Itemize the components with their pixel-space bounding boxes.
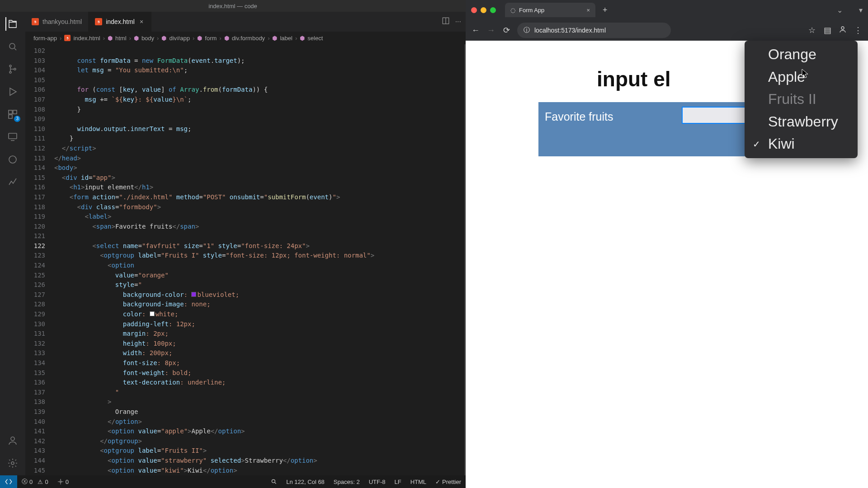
svg-point-2: [9, 71, 11, 73]
svg-point-14: [841, 27, 844, 29]
tab-list-button[interactable]: ⌄: [837, 6, 851, 14]
maximize-window-button[interactable]: [490, 7, 496, 13]
remote-icon[interactable]: [0, 475, 17, 488]
select-dropdown: Orange Apple Fruits II Strawberry ✓Kiwi: [745, 41, 858, 158]
minimize-window-button[interactable]: [481, 7, 486, 13]
tab-label: thankyou.html: [42, 18, 82, 25]
crumb: index.html: [73, 35, 100, 42]
crumb: html: [115, 35, 127, 42]
mouse-cursor: [802, 69, 809, 79]
window-controls: [471, 7, 496, 13]
settings-icon[interactable]: [6, 456, 19, 470]
tag-icon: ⬢: [134, 35, 139, 42]
crumb: form: [205, 35, 217, 42]
profile-icon[interactable]: [838, 25, 847, 36]
svg-point-0: [9, 43, 15, 49]
form-label: Favorite fruits: [545, 110, 613, 123]
tab-index[interactable]: 5index.html×: [89, 12, 151, 32]
code-content[interactable]: const formData = new FormData(event.targ…: [54, 44, 466, 475]
html-file-icon: 5: [95, 18, 102, 25]
account-icon[interactable]: [6, 434, 19, 447]
menu-icon[interactable]: ⋮: [854, 25, 863, 35]
svg-point-12: [60, 481, 61, 483]
formatter[interactable]: ✓ Prettier: [431, 479, 466, 485]
close-window-button[interactable]: [471, 7, 477, 13]
tag-icon: ⬢: [224, 35, 229, 42]
source-control-icon[interactable]: [6, 62, 19, 76]
option-label: Kiwi: [768, 136, 795, 152]
window-title: index.html — code: [0, 0, 466, 12]
svg-rect-5: [13, 110, 17, 114]
tab-thankyou[interactable]: 5thankyou.html: [25, 12, 89, 32]
svg-point-8: [9, 156, 16, 163]
option-orange[interactable]: Orange: [745, 43, 858, 66]
crumb: div.formbody: [232, 35, 265, 42]
optgroup-fruits-ii: Fruits II: [745, 88, 858, 111]
option-kiwi[interactable]: ✓Kiwi: [745, 133, 858, 155]
ports[interactable]: 0: [53, 479, 73, 485]
svg-point-9: [11, 437, 14, 441]
dropdown-icon[interactable]: ▾: [855, 6, 863, 14]
option-strawberry[interactable]: Strawberry: [745, 111, 858, 133]
eol[interactable]: LF: [390, 479, 406, 485]
extensions-icon[interactable]: ▤: [823, 25, 832, 35]
svg-point-3: [14, 68, 16, 70]
tag-icon: ⬢: [272, 35, 277, 42]
tag-icon: ⬢: [197, 35, 202, 42]
page-content: input el Favorite fruits Submit Orange A…: [466, 41, 868, 488]
globe-icon: ◌: [510, 7, 515, 14]
new-tab-button[interactable]: +: [600, 5, 610, 15]
encoding[interactable]: UTF-8: [364, 479, 390, 485]
more-icon[interactable]: ···: [455, 18, 461, 26]
html-file-icon: 5: [32, 18, 39, 25]
page-title: input el: [597, 67, 671, 91]
forward-button[interactable]: →: [486, 26, 495, 35]
svg-rect-7: [9, 133, 17, 139]
tab-title: Form App: [519, 7, 544, 14]
crumb: body: [142, 35, 154, 42]
problems[interactable]: ⓧ 0 ⚠ 0: [17, 478, 53, 486]
graph-icon[interactable]: [6, 175, 19, 189]
address-bar[interactable]: ⓘ localhost:5173/index.html: [517, 23, 671, 38]
svg-rect-6: [9, 115, 12, 118]
reload-button[interactable]: ⟳: [502, 25, 511, 35]
site-info-icon[interactable]: ⓘ: [524, 26, 530, 34]
remote-explorer-icon[interactable]: [6, 130, 19, 144]
close-icon[interactable]: ×: [586, 7, 590, 14]
crumb: label: [280, 35, 292, 42]
crumb: div#app: [169, 35, 190, 42]
cursor-pos[interactable]: Ln 122, Col 68: [282, 479, 329, 485]
indent[interactable]: Spaces: 2: [329, 479, 364, 485]
breadcrumb[interactable]: form-app› 5index.html› ⬢html› ⬢body› ⬢di…: [25, 32, 466, 44]
tool-icon[interactable]: [6, 153, 19, 166]
badge: 3: [14, 116, 20, 122]
close-icon[interactable]: ×: [138, 19, 145, 25]
find-icon[interactable]: [266, 479, 282, 485]
browser-tab[interactable]: ◌ Form App ×: [505, 3, 595, 17]
tag-icon: ⬢: [161, 35, 166, 42]
svg-point-10: [11, 462, 14, 465]
search-icon[interactable]: [6, 40, 19, 53]
option-apple[interactable]: Apple: [745, 66, 858, 89]
extensions-icon[interactable]: 3: [6, 108, 19, 121]
tag-icon: ⬢: [300, 35, 305, 42]
run-debug-icon[interactable]: [6, 85, 19, 99]
svg-point-13: [272, 479, 275, 483]
svg-point-1: [9, 65, 11, 67]
code-editor[interactable]: 1021031041051061071081091101111121131141…: [25, 44, 466, 475]
back-button[interactable]: ←: [471, 26, 480, 35]
explorer-icon[interactable]: [5, 17, 19, 31]
status-bar: ⓧ 0 ⚠ 0 0 Ln 122, Col 68 Spaces: 2 UTF-8…: [0, 475, 466, 488]
language[interactable]: HTML: [406, 479, 431, 485]
tag-icon: ⬢: [108, 35, 113, 42]
split-editor-icon[interactable]: [442, 17, 450, 27]
activity-bar: 3: [0, 12, 25, 475]
html-file-icon: 5: [64, 35, 71, 41]
crumb: form-app: [33, 35, 57, 42]
line-numbers: 1021031041051061071081091101111121131141…: [25, 44, 54, 475]
crumb: select: [307, 35, 323, 42]
tab-label: index.html: [106, 18, 135, 25]
svg-rect-4: [9, 110, 12, 114]
bookmark-icon[interactable]: ☆: [807, 25, 816, 35]
browser-window: ◌ Form App × + ⌄ ▾ ← → ⟳ ⓘ localhost:517…: [466, 0, 868, 488]
